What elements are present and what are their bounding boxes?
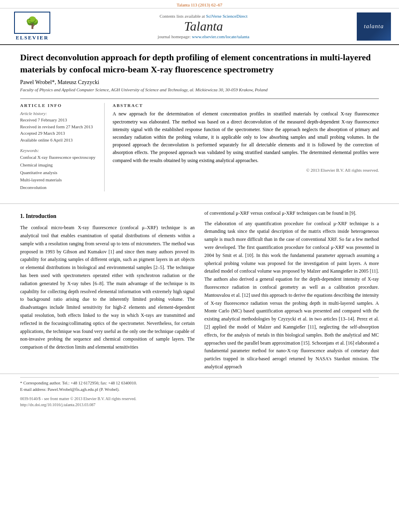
sciverse-line: Contents lists available at SciVerse Sci…: [56, 14, 351, 18]
body-two-col: 1. Introduction The confocal micro-beam …: [0, 210, 399, 374]
received-date: Received 7 February 2013: [20, 117, 99, 123]
keyword-3: Quantitative analysis: [20, 169, 99, 177]
section1-heading: 1. Introduction: [20, 212, 195, 221]
revised-date: Received in revised form 27 March 2013: [20, 123, 99, 130]
section-divider: [0, 203, 399, 204]
article-main: Direct deconvolution approach for depth …: [0, 45, 399, 198]
sciverse-prefix: Contents lists available at: [160, 14, 205, 18]
keywords-list: Confocal X-ray fluorescence spectroscopy…: [20, 154, 99, 191]
journal-title: Talanta: [56, 19, 351, 33]
elsevier-tree-icon: 🌳: [25, 16, 39, 29]
homepage-url[interactable]: www.elsevier.com/locate/talanta: [192, 34, 249, 39]
article-title: Direct deconvolution approach for depth …: [20, 51, 379, 75]
body-right-col: of conventional μ-XRF versus confocal μ-…: [204, 210, 379, 374]
citation-bar: Talanta 113 (2013) 62–67: [0, 0, 399, 8]
issn-line: 0039-9140/$ - see front matter © 2013 El…: [20, 396, 379, 402]
article-authors: Pawel Wrobel*, Mateusz Czyzycki: [20, 79, 379, 86]
citation-text: Talanta 113 (2013) 62–67: [177, 2, 222, 7]
keyword-4: Multi-layered materials: [20, 176, 99, 184]
homepage-label: journal homepage:: [158, 34, 191, 39]
sciverse-link[interactable]: SciVerse ScienceDirect: [206, 14, 247, 18]
abstract-label: ABSTRACT: [113, 103, 379, 108]
body-right-text-1: of conventional μ-XRF versus confocal μ-…: [204, 210, 379, 218]
article-info-col: ARTICLE INFO Article history: Received 7…: [20, 103, 105, 191]
footer-line: 0039-9140/$ - see front matter © 2013 El…: [0, 394, 399, 409]
article-affiliation: Faculty of Physics and Applied Computer …: [20, 87, 379, 92]
footnote-divider: [20, 377, 379, 380]
abstract-text: A new approach for the determination of …: [113, 110, 379, 164]
elsevier-wordmark: ELSEVIER: [16, 35, 49, 41]
article-abstract-col: ABSTRACT A new approach for the determin…: [113, 103, 379, 191]
journal-header: 🌳 ELSEVIER Contents lists available at S…: [0, 8, 399, 45]
doi-line: http://dx.doi.org/10.1016/j.talanta.2013…: [20, 402, 379, 408]
authors-text: Pawel Wrobel*, Mateusz Czyzycki: [20, 79, 99, 85]
elsevier-logo-area: 🌳 ELSEVIER: [8, 12, 56, 41]
body-left-text: The confocal micro-beam X-ray fluorescen…: [20, 224, 195, 351]
elsevier-logo: 🌳 ELSEVIER: [8, 12, 56, 41]
journal-homepage: journal homepage: www.elsevier.com/locat…: [56, 34, 351, 39]
history-label: Article history:: [20, 111, 99, 116]
accepted-date: Accepted 29 March 2013: [20, 130, 99, 137]
journal-header-right: talanta: [351, 12, 391, 41]
keyword-5: Deconvolution: [20, 184, 99, 191]
body-left-col: 1. Introduction The confocal micro-beam …: [20, 210, 195, 374]
talanta-logo-label: talanta: [364, 23, 384, 30]
available-date: Available online 6 April 2013: [20, 137, 99, 144]
elsevier-logo-box: 🌳: [14, 12, 50, 34]
corresponding-author-footnote: * Corresponding author. Tel.: +48 12 617…: [20, 380, 379, 386]
journal-header-center: Contents lists available at SciVerse Sci…: [56, 14, 351, 39]
article-two-col: ARTICLE INFO Article history: Received 7…: [20, 99, 379, 191]
revised-text: Received in revised form 27 March 2013: [20, 124, 93, 129]
body-right-text-2: The elaboration of any quantification pr…: [204, 220, 379, 371]
talanta-logo: talanta: [357, 12, 391, 41]
email-footnote: E-mail address: Pawel.Wrobel@fis.agh.edu…: [20, 386, 379, 393]
footnote-area: * Corresponding author. Tel.: +48 12 617…: [0, 374, 399, 394]
article-info-label: ARTICLE INFO: [20, 103, 99, 108]
keyword-1: Confocal X-ray fluorescence spectroscopy: [20, 154, 99, 161]
keyword-2: Chemical imaging: [20, 161, 99, 169]
copyright-line: © 2013 Elsevier B.V. All rights reserved…: [113, 168, 379, 173]
keywords-label: Keywords:: [20, 148, 99, 153]
